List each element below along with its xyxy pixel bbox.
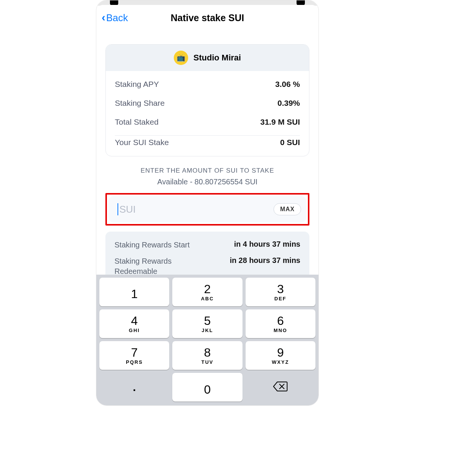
back-button[interactable]: ‹ Back [102, 11, 128, 24]
numeric-keypad: 1 2 ABC 3 DEF 4 GHI 5 JKL [96, 275, 318, 405]
key-2[interactable]: 2 ABC [172, 278, 242, 306]
input-highlight: SUI MAX [105, 193, 309, 226]
rewards-start-label: Staking Rewards Start [114, 240, 190, 250]
prompt-title: ENTER THE AMOUNT OF SUI TO STAKE [105, 167, 309, 175]
share-value: 0.39% [277, 99, 300, 108]
row-rewards-start: Staking Rewards Start in 4 hours 37 mins [114, 237, 300, 253]
key-7[interactable]: 7 PQRS [99, 341, 169, 370]
validator-name: Studio Mirai [193, 53, 241, 63]
backspace-icon [273, 381, 288, 393]
validator-header[interactable]: 📺 Studio Mirai [106, 45, 309, 71]
key-4[interactable]: 4 GHI [99, 309, 169, 338]
key-decimal[interactable]: . [99, 373, 169, 402]
max-button[interactable]: MAX [274, 203, 301, 215]
phone-frame: ‹ Back Native stake SUI 📺 Studio Mirai S… [96, 0, 319, 406]
row-total: Total Staked 31.9 M SUI [115, 113, 300, 131]
text-cursor [117, 203, 118, 215]
total-value: 31.9 M SUI [260, 117, 300, 127]
validator-card: 📺 Studio Mirai Staking APY 3.06 % Stakin… [105, 44, 309, 156]
rewards-redeem-value: in 28 hours 37 mins [230, 256, 300, 265]
amount-input-row: SUI MAX [108, 196, 306, 223]
key-backspace[interactable] [246, 373, 315, 402]
row-apy: Staking APY 3.06 % [115, 75, 300, 94]
total-label: Total Staked [115, 117, 159, 127]
modal-sheet: ‹ Back Native stake SUI 📺 Studio Mirai S… [96, 5, 318, 405]
amount-input[interactable]: SUI [117, 203, 136, 215]
amount-prompt: ENTER THE AMOUNT OF SUI TO STAKE Availab… [105, 167, 309, 186]
key-5[interactable]: 5 JKL [172, 309, 242, 338]
nav-bar: ‹ Back Native stake SUI [96, 5, 318, 31]
key-8[interactable]: 8 TUV [172, 341, 242, 370]
your-stake-value: 0 SUI [280, 138, 300, 147]
amount-placeholder: SUI [119, 204, 136, 215]
key-0[interactable]: 0 [172, 373, 242, 402]
apy-value: 3.06 % [275, 80, 300, 89]
available-balance: Available - 80.807256554 SUI [105, 178, 309, 186]
key-9[interactable]: 9 WXYZ [246, 341, 315, 370]
key-3[interactable]: 3 DEF [246, 278, 315, 306]
divider [115, 135, 300, 136]
chevron-left-icon: ‹ [102, 11, 105, 24]
validator-icon: 📺 [174, 51, 188, 65]
content: 📺 Studio Mirai Staking APY 3.06 % Stakin… [96, 44, 318, 295]
share-label: Staking Share [115, 99, 165, 108]
your-stake-label: Your SUI Stake [115, 138, 169, 147]
rewards-start-value: in 4 hours 37 mins [234, 240, 300, 249]
rewards-redeem-label: Staking Rewards Redeemable [114, 256, 198, 277]
page-title: Native stake SUI [96, 12, 318, 23]
apy-label: Staking APY [115, 80, 159, 89]
back-label: Back [106, 12, 128, 24]
key-1[interactable]: 1 [99, 278, 169, 306]
row-share: Staking Share 0.39% [115, 94, 300, 113]
row-your-stake: Your SUI Stake 0 SUI [115, 137, 300, 156]
key-6[interactable]: 6 MNO [246, 309, 315, 338]
